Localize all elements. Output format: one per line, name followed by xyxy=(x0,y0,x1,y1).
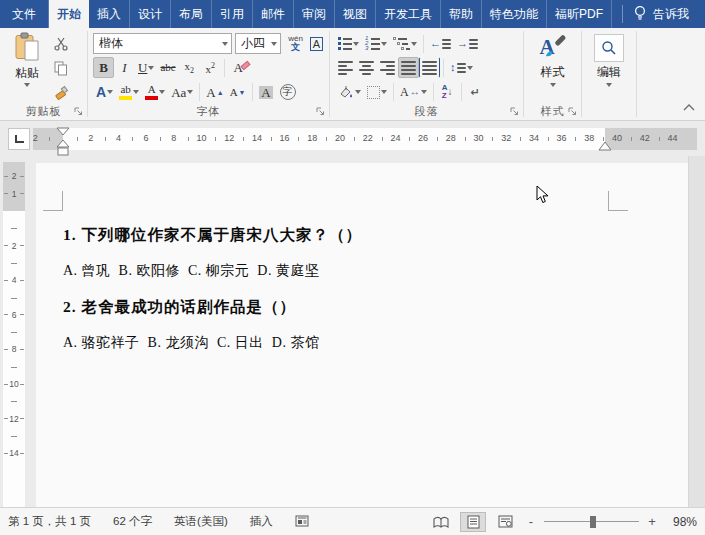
tab-file[interactable]: 文件 xyxy=(0,0,49,28)
copy-button[interactable] xyxy=(49,57,73,79)
underline-dropdown-arrow xyxy=(148,66,154,70)
tab-references[interactable]: 引用 xyxy=(212,0,253,28)
underline-button[interactable]: U xyxy=(135,57,157,78)
tab-help[interactable]: 帮助 xyxy=(441,0,482,28)
line-spacing-button[interactable]: ↕ xyxy=(447,57,476,78)
editing-button[interactable]: 编辑 xyxy=(584,32,634,87)
tab-stop-selector[interactable] xyxy=(8,128,30,150)
justify-button[interactable] xyxy=(398,57,419,78)
show-marks-button[interactable]: ↵ xyxy=(465,82,486,103)
character-border-button[interactable]: A xyxy=(306,33,327,54)
scissors-icon xyxy=(54,37,69,51)
v-ruler-number: 2 xyxy=(3,171,25,181)
change-case-button[interactable]: Aa xyxy=(168,82,196,103)
tab-layout[interactable]: 布局 xyxy=(171,0,212,28)
tab-foxit-pdf[interactable]: 福昕PDF xyxy=(547,0,612,28)
text-highlight-button[interactable]: ab xyxy=(116,82,142,103)
clipboard-dialog-launcher[interactable] xyxy=(73,106,84,117)
tab-developer[interactable]: 开发工具 xyxy=(376,0,441,28)
character-border-icon: A xyxy=(310,37,323,51)
shrink-font-button[interactable]: A▼ xyxy=(227,82,249,103)
tell-me-label: 告诉我 xyxy=(653,6,689,23)
h-ruler-number: 32 xyxy=(499,133,513,143)
answer-line[interactable]: A. 曾巩 B. 欧阳修 C. 柳宗元 D. 黄庭坚 xyxy=(63,253,658,289)
tab-design[interactable]: 设计 xyxy=(130,0,171,28)
superscript-button[interactable]: x2 xyxy=(200,57,221,78)
bullets-button[interactable] xyxy=(335,33,362,54)
question-line[interactable]: 2. 老舍最成功的话剧作品是（） xyxy=(63,289,658,325)
bold-button[interactable]: B xyxy=(93,57,114,78)
bullet-list-icon xyxy=(338,37,352,50)
editing-group: 编辑 xyxy=(582,28,636,120)
tab-special-features[interactable]: 特色功能 xyxy=(482,0,547,28)
web-layout-button[interactable] xyxy=(492,512,518,532)
enclose-characters-button[interactable]: 字 xyxy=(277,82,299,103)
tab-home[interactable]: 开始 xyxy=(49,0,89,28)
phonetic-guide-button[interactable]: wén 文 xyxy=(285,33,306,54)
tab-review[interactable]: 审阅 xyxy=(294,0,335,28)
distribute-button[interactable] xyxy=(419,57,440,78)
zoom-slider[interactable] xyxy=(544,515,639,529)
document-page[interactable]: 1. 下列哪位作家不属于唐宋八大家？（）A. 曾巩 B. 欧阳修 C. 柳宗元 … xyxy=(36,163,688,507)
increase-indent-button[interactable]: → xyxy=(454,33,481,54)
vertical-scrollbar[interactable] xyxy=(688,156,705,507)
font-size-combo[interactable]: 小四 xyxy=(235,33,281,54)
character-shading-button[interactable]: A xyxy=(256,82,277,103)
character-scaling-button[interactable]: A↔ xyxy=(397,82,430,103)
zoom-slider-thumb[interactable] xyxy=(590,516,596,528)
styles-button[interactable]: A 样式 xyxy=(526,32,579,87)
clear-formatting-button[interactable]: A xyxy=(228,57,249,78)
align-center-button[interactable] xyxy=(356,57,377,78)
paragraph-dialog-launcher[interactable] xyxy=(509,106,520,117)
language-status[interactable]: 英语(美国) xyxy=(174,514,228,529)
page-number-status[interactable]: 第 1 页，共 1 页 xyxy=(8,514,91,529)
font-name-combo[interactable]: 楷体 xyxy=(93,33,232,54)
subscript-button[interactable]: x2 xyxy=(179,57,200,78)
multilevel-list-button[interactable] xyxy=(390,33,420,54)
mouse-cursor xyxy=(536,185,549,204)
status-bar: 第 1 页，共 1 页 62 个字 英语(美国) 插入 - + 98% xyxy=(0,507,705,535)
strikethrough-button[interactable]: abc xyxy=(157,57,178,78)
numbering-button[interactable]: 123 xyxy=(362,33,390,54)
v-ruler-number: 2 xyxy=(3,241,25,251)
shading-button[interactable] xyxy=(335,82,364,103)
first-line-indent-marker[interactable] xyxy=(56,127,70,136)
tab-view[interactable]: 视图 xyxy=(335,0,376,28)
zoom-out-button[interactable]: - xyxy=(524,514,538,529)
grow-font-button[interactable]: A▲ xyxy=(203,82,226,103)
zoom-in-button[interactable]: + xyxy=(645,514,659,529)
tab-insert[interactable]: 插入 xyxy=(89,0,130,28)
hanging-indent-marker[interactable] xyxy=(56,140,70,156)
tab-mailings[interactable]: 邮件 xyxy=(253,0,294,28)
cut-button[interactable] xyxy=(49,33,73,55)
copy-icon xyxy=(54,61,68,76)
align-left-button[interactable] xyxy=(335,57,356,78)
text-effects-button[interactable]: A xyxy=(93,82,116,103)
read-mode-button[interactable] xyxy=(428,512,454,532)
document-text[interactable]: 1. 下列哪位作家不属于唐宋八大家？（）A. 曾巩 B. 欧阳修 C. 柳宗元 … xyxy=(63,217,658,361)
styles-dialog-launcher[interactable] xyxy=(567,106,578,117)
paint-bucket-icon xyxy=(338,85,354,99)
sort-button[interactable]: AZ ↓ xyxy=(437,82,458,103)
font-dialog-launcher[interactable] xyxy=(315,106,326,117)
font-color-button[interactable]: A xyxy=(142,82,168,103)
clipboard-small-buttons xyxy=(49,33,73,104)
answer-line[interactable]: A. 骆驼祥子 B. 龙须沟 C. 日出 D. 茶馆 xyxy=(63,325,658,361)
italic-button[interactable]: I xyxy=(114,57,135,78)
macro-record-button[interactable] xyxy=(295,515,309,529)
decrease-indent-button[interactable]: ← xyxy=(427,33,454,54)
align-right-button[interactable] xyxy=(377,57,398,78)
insert-mode-status[interactable]: 插入 xyxy=(250,514,273,529)
vertical-ruler: 212468101214 xyxy=(3,162,25,507)
format-painter-button[interactable] xyxy=(49,81,73,103)
tell-me-button[interactable]: 告诉我 xyxy=(633,5,689,24)
zoom-percentage[interactable]: 98% xyxy=(665,515,697,529)
formatting-marks-icon: ↵ xyxy=(471,87,480,98)
word-count-status[interactable]: 62 个字 xyxy=(113,514,152,529)
question-line[interactable]: 1. 下列哪位作家不属于唐宋八大家？（） xyxy=(63,217,658,253)
borders-button[interactable] xyxy=(364,82,390,103)
print-layout-button[interactable] xyxy=(460,512,486,532)
font-row-2: B I U abc x2 x2 A xyxy=(90,56,327,79)
collapse-ribbon-button[interactable] xyxy=(683,100,695,114)
paste-button[interactable]: 粘贴 xyxy=(5,32,49,104)
